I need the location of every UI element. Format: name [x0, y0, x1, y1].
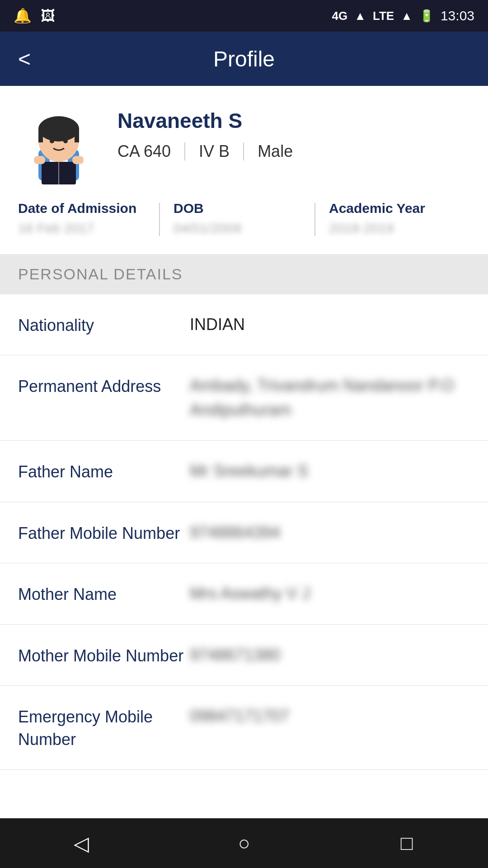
back-button[interactable]: < — [18, 47, 31, 71]
detail-value: INDIAN — [190, 312, 470, 337]
notification-icon: 🔔 — [14, 7, 32, 24]
admission-date-value: 16 Feb 2017 — [18, 221, 145, 236]
admission-row: Date of Admission 16 Feb 2017 DOB 04/01/… — [0, 187, 488, 254]
clock: 13:03 — [441, 8, 474, 24]
lte-label: LTE — [373, 9, 394, 23]
detail-value: 9748671380 — [190, 643, 470, 667]
detail-value: 09847171707 — [190, 704, 470, 728]
status-bar-right: 4G ▲ LTE ▲ 🔋 13:03 — [332, 8, 474, 24]
svg-point-6 — [50, 139, 54, 143]
svg-point-7 — [63, 139, 68, 143]
personal-details-section-header: PERSONAL DETAILS — [0, 254, 488, 294]
detail-label: Mother Mobile Number — [18, 643, 190, 667]
dob-label: DOB — [174, 201, 301, 216]
detail-row: Emergency Mobile Number09847171707 — [0, 686, 488, 770]
detail-row: NationalityINDIAN — [0, 294, 488, 355]
bottom-nav: ◁ ○ □ — [0, 818, 488, 868]
svg-rect-11 — [72, 156, 84, 164]
detail-label: Mother Name — [18, 581, 190, 606]
detail-row: Mother NameMrs Aswathy V J — [0, 563, 488, 624]
status-bar: 🔔 🖼 4G ▲ LTE ▲ 🔋 13:03 — [0, 0, 488, 32]
detail-label: Nationality — [18, 312, 190, 337]
detail-row: Permanent AddressAmbady, Trivandrum Nand… — [0, 355, 488, 441]
svg-rect-10 — [34, 156, 45, 164]
nav-recent-button[interactable]: □ — [389, 825, 425, 861]
network-4g: 4G — [332, 9, 348, 23]
academic-year-value: 2018-2019 — [329, 221, 456, 236]
dob-value: 04/01/2009 — [174, 221, 301, 236]
detail-label: Father Mobile Number — [18, 520, 190, 545]
image-icon: 🖼 — [41, 8, 55, 24]
admission-date-label: Date of Admission — [18, 201, 145, 216]
detail-value: 9748864394 — [190, 520, 470, 545]
academic-year-item: Academic Year 2018-2019 — [315, 201, 470, 236]
avatar — [18, 104, 99, 185]
svg-rect-4 — [38, 129, 43, 142]
signal-icon: ▲ — [354, 9, 366, 23]
personal-details-list: NationalityINDIANPermanent AddressAmbady… — [0, 294, 488, 770]
roll-number: CA 640 — [117, 142, 184, 161]
detail-row: Mother Mobile Number9748671380 — [0, 625, 488, 686]
detail-value: Ambady, Trivandrum Nandanoor P.O Andiput… — [190, 373, 470, 422]
detail-value: Mr Sreekumar S — [190, 459, 470, 483]
detail-label: Permanent Address — [18, 373, 190, 398]
student-name: Navaneeth S — [117, 108, 470, 133]
detail-label: Emergency Mobile Number — [18, 704, 190, 751]
detail-value: Mrs Aswathy V J — [190, 581, 470, 606]
nav-home-button[interactable]: ○ — [226, 825, 262, 861]
detail-label: Father Name — [18, 459, 190, 483]
battery-icon: 🔋 — [419, 9, 434, 23]
page-title: Profile — [213, 47, 275, 71]
personal-details-title: PERSONAL DETAILS — [18, 265, 183, 283]
app-bar: < Profile — [0, 32, 488, 86]
section: IV B — [185, 142, 243, 161]
avatar-container — [18, 104, 99, 187]
academic-year-label: Academic Year — [329, 201, 456, 216]
admission-date-item: Date of Admission 16 Feb 2017 — [18, 201, 159, 236]
detail-row: Father Mobile Number9748864394 — [0, 502, 488, 563]
detail-row: Father NameMr Sreekumar S — [0, 441, 488, 502]
dob-item: DOB 04/01/2009 — [160, 201, 314, 236]
signal-icon-2: ▲ — [401, 9, 413, 23]
profile-info: Navaneeth S CA 640 IV B Male — [117, 104, 470, 161]
status-bar-left: 🔔 🖼 — [14, 7, 55, 24]
profile-header: Navaneeth S CA 640 IV B Male — [0, 86, 488, 187]
svg-point-3 — [38, 116, 79, 142]
nav-back-button[interactable]: ◁ — [63, 825, 99, 861]
student-meta: CA 640 IV B Male — [117, 142, 470, 161]
gender: Male — [244, 142, 306, 161]
svg-rect-5 — [75, 129, 79, 142]
